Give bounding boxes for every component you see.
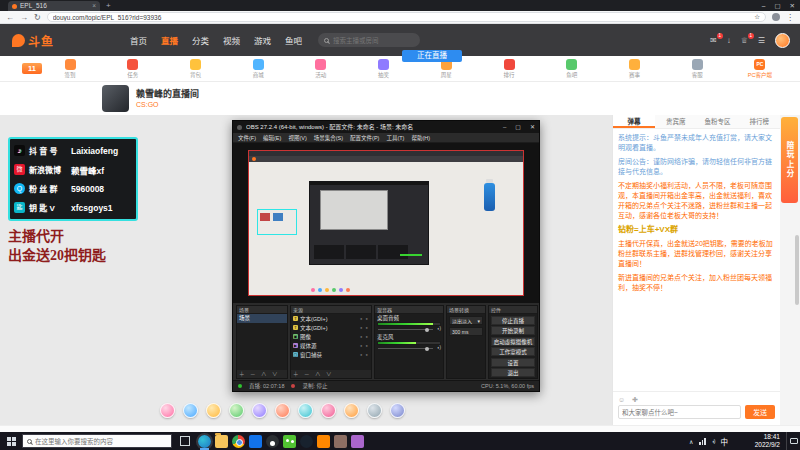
speaker-icon[interactable]: ◖) xyxy=(437,326,441,331)
send-button[interactable]: 发送 xyxy=(745,405,775,419)
activity-item-yuba[interactable]: 鱼吧 xyxy=(554,59,590,79)
chrome-app-icon[interactable] xyxy=(232,435,245,448)
streamer-avatar[interactable] xyxy=(102,85,129,112)
transition-duration-spinner[interactable]: 300 ms xyxy=(449,327,483,336)
obs-menu-file[interactable]: 文件(F) xyxy=(238,134,256,142)
gift-icon[interactable] xyxy=(344,403,359,418)
sources-dock-toolbar[interactable]: ＋ － ∧ ∨ xyxy=(291,370,371,378)
new-tab-button[interactable]: + xyxy=(106,1,111,11)
maximize-icon[interactable]: ▢ xyxy=(774,0,780,11)
tab-close-icon[interactable]: × xyxy=(92,1,96,11)
download-icon[interactable]: ↓ xyxy=(727,36,731,45)
nav-item-home[interactable]: 首页 xyxy=(130,34,147,46)
chat-message-list[interactable]: 系统提示：斗鱼严禁未成年人充值打赏，请大家文明观看直播。 房间公告：谨防网络诈骗… xyxy=(613,129,780,391)
visibility-lock-icons[interactable]: ● ● xyxy=(360,316,369,321)
activity-item-ranking[interactable]: 排行 xyxy=(491,59,527,79)
app-icon[interactable] xyxy=(351,435,364,448)
activity-item-checkin[interactable]: 签到 xyxy=(52,59,88,79)
obs-menu-profile[interactable]: 配置文件(P) xyxy=(350,134,379,142)
obs-close-icon[interactable]: ✕ xyxy=(530,121,535,133)
exit-button[interactable]: 退出 xyxy=(491,368,535,377)
chat-tab-fans[interactable]: 鱼粉专区 xyxy=(697,115,739,128)
visibility-lock-icons[interactable]: ● ● xyxy=(360,343,369,348)
nav-item-live[interactable]: 直播 xyxy=(161,34,178,46)
obs-maximize-icon[interactable]: ▢ xyxy=(515,121,521,133)
chat-tab-vip[interactable]: 贵宾席 xyxy=(655,115,697,128)
back-icon[interactable]: ← xyxy=(6,12,14,23)
ime-indicator[interactable]: 中 xyxy=(721,436,729,447)
nav-item-yuba[interactable]: 鱼吧 xyxy=(285,34,302,46)
source-item-text[interactable]: T文本(GDI+)● ● xyxy=(291,314,371,323)
file-explorer-icon[interactable] xyxy=(215,435,228,448)
site-search[interactable] xyxy=(318,33,420,47)
gift-icon[interactable] xyxy=(160,403,175,418)
visibility-lock-icons[interactable]: ● ● xyxy=(360,334,369,339)
live-now-button[interactable]: 正在直播 xyxy=(402,50,462,62)
virtual-camera-button[interactable]: 启动虚拟摄像机 xyxy=(491,337,535,346)
activity-item-support[interactable]: 客服 xyxy=(679,59,715,79)
more-list-icon[interactable]: ☰ xyxy=(758,36,765,45)
gift-icon[interactable] xyxy=(367,403,382,418)
visibility-lock-icons[interactable]: ● ● xyxy=(360,325,369,330)
edge-app-icon[interactable] xyxy=(198,435,211,448)
forward-icon[interactable]: → xyxy=(20,12,28,23)
vip-crown-icon[interactable]: ♕ 1 xyxy=(741,36,748,45)
taskbar-search[interactable] xyxy=(22,434,172,448)
activity-item-lottery[interactable]: 抽奖 xyxy=(366,59,402,79)
studio-mode-button[interactable]: 工作室模式 xyxy=(491,347,535,356)
volume-slider[interactable]: ◖) xyxy=(377,327,441,332)
taskbar-search-input[interactable] xyxy=(35,438,163,445)
gift-icon[interactable] xyxy=(183,403,198,418)
url-omnibox[interactable]: douyu.com/topic/EPL_516?rid=93936 ☆ xyxy=(47,12,766,22)
gift-icon[interactable] xyxy=(298,403,313,418)
chat-tab-danmu[interactable]: 弹幕 xyxy=(613,115,655,128)
volume-icon[interactable]: ◖) xyxy=(712,438,715,444)
activity-item-backpack[interactable]: 背包 xyxy=(177,59,213,79)
steam-app-icon[interactable] xyxy=(300,435,313,448)
close-icon[interactable]: ✕ xyxy=(790,0,795,11)
transition-select[interactable]: 淡出淡入 ▾ xyxy=(449,316,483,325)
nav-item-video[interactable]: 视频 xyxy=(223,34,240,46)
stop-streaming-button[interactable]: 停止直播 xyxy=(491,316,535,325)
obs-menu-scene-collection[interactable]: 场景集合(S) xyxy=(314,134,343,142)
emoji-icon[interactable]: ☺ xyxy=(618,396,625,403)
start-recording-button[interactable]: 开始录制 xyxy=(491,326,535,335)
site-logo[interactable]: 斗鱼 xyxy=(12,32,54,49)
scene-item[interactable]: 场景 xyxy=(237,314,287,323)
chat-input[interactable] xyxy=(618,405,741,419)
obs-menu-tools[interactable]: 工具(T) xyxy=(386,134,404,142)
reload-icon[interactable]: ↻ xyxy=(34,12,41,23)
visibility-lock-icons[interactable]: ● ● xyxy=(360,352,369,357)
search-input[interactable] xyxy=(333,37,414,44)
message-icon[interactable]: ✉ 1 xyxy=(710,36,717,45)
chat-tab-rank[interactable]: 排行榜 xyxy=(738,115,780,128)
tray-expand-icon[interactable]: ∧ xyxy=(689,438,693,445)
bookmark-star-icon[interactable]: ☆ xyxy=(754,13,760,21)
minimize-icon[interactable]: – xyxy=(762,0,766,11)
obs-menu-help[interactable]: 帮助(H) xyxy=(411,134,430,142)
gift-icon[interactable] xyxy=(275,403,290,418)
app-icon[interactable] xyxy=(317,435,330,448)
companion-promo-banner[interactable]: 陪玩上分 xyxy=(781,117,798,203)
nav-item-games[interactable]: 游戏 xyxy=(254,34,271,46)
source-item-text[interactable]: T文本(GDI+)● ● xyxy=(291,323,371,332)
settings-button[interactable]: 设置 xyxy=(491,358,535,367)
obs-minimize-icon[interactable]: – xyxy=(503,121,506,133)
user-avatar[interactable] xyxy=(775,33,790,48)
gift-icon[interactable] xyxy=(390,403,405,418)
action-center-button[interactable] xyxy=(786,432,800,450)
obs-menu-edit[interactable]: 编辑(E) xyxy=(263,134,281,142)
activity-item-pc-client[interactable]: PCPC客户端 xyxy=(742,59,778,79)
source-item-media[interactable]: ▶媒体源● ● xyxy=(291,341,371,350)
scenes-dock-toolbar[interactable]: ＋ － ∧ ∨ xyxy=(237,370,287,378)
gift-icon[interactable] xyxy=(252,403,267,418)
obs-preview[interactable] xyxy=(233,143,539,303)
video-player[interactable]: ♪ 抖 音 号 Laixiaofeng 微 新浪微博 赖雪峰xf Q 粉 丝 群… xyxy=(0,115,612,425)
qq-app-icon[interactable] xyxy=(266,435,279,448)
obs-titlebar[interactable]: OBS 27.2.4 (64-bit, windows) - 配置文件: 未命名… xyxy=(233,121,539,133)
source-item-window-capture[interactable]: ▢窗口捕获● ● xyxy=(291,350,371,359)
source-item-image[interactable]: ▣图像● ● xyxy=(291,332,371,341)
activity-item-tasks[interactable]: 任务 xyxy=(115,59,151,79)
gift-icon[interactable] xyxy=(206,403,221,418)
browser-tab[interactable]: EPL_516 × xyxy=(8,1,100,11)
